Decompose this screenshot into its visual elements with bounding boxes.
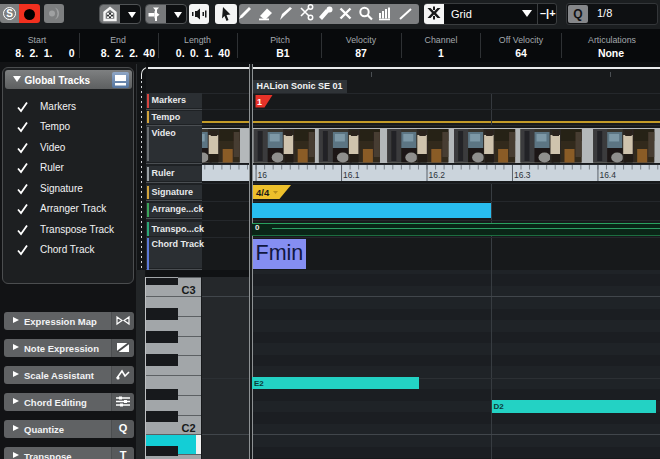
svg-text:16.3: 16.3 — [513, 171, 530, 181]
svg-text:16.2: 16.2 — [428, 171, 445, 181]
svg-text:1: 1 — [257, 97, 262, 107]
svg-text:16.4: 16.4 — [599, 171, 616, 181]
svg-text:4/4: 4/4 — [256, 187, 270, 198]
svg-text:16: 16 — [257, 171, 267, 181]
svg-text:16.1: 16.1 — [343, 171, 360, 181]
